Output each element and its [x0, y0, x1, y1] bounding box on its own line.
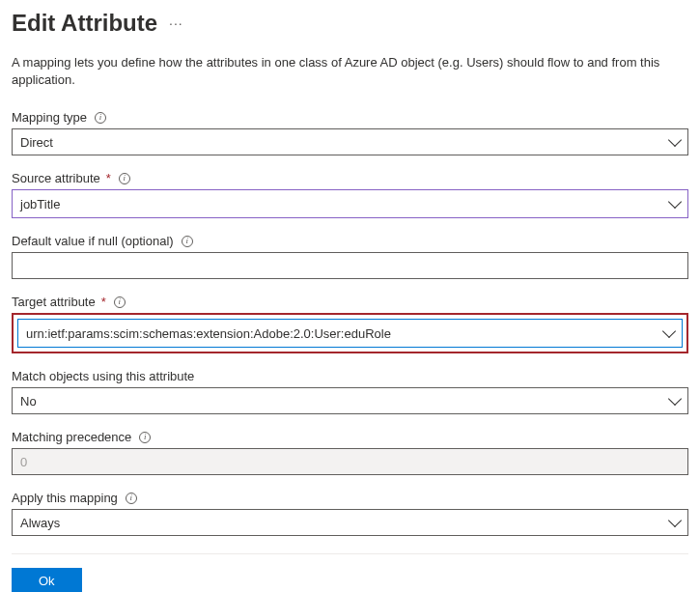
label-apply-mapping: Apply this mapping i [12, 491, 688, 505]
info-icon[interactable]: i [139, 432, 151, 443]
label-text: Mapping type [12, 110, 87, 125]
apply-mapping-select[interactable]: Always [12, 509, 688, 536]
divider [12, 553, 688, 554]
label-text: Default value if null (optional) [12, 234, 174, 248]
chevron-down-icon [668, 133, 682, 147]
match-objects-select[interactable]: No [12, 387, 688, 414]
label-target-attribute: Target attribute * i [12, 295, 688, 309]
field-match-objects: Match objects using this attribute No [12, 369, 688, 414]
chevron-down-icon [668, 392, 682, 406]
label-mapping-type: Mapping type i [12, 110, 688, 125]
required-asterisk: * [101, 295, 106, 309]
label-match-objects: Match objects using this attribute [12, 369, 688, 383]
select-value: No [20, 394, 37, 409]
select-value: urn:ietf:params:scim:schemas:extension:A… [26, 326, 391, 341]
chevron-down-icon [662, 324, 676, 338]
chevron-down-icon [668, 514, 682, 527]
info-icon[interactable]: i [119, 173, 130, 184]
input-value: 0 [20, 455, 27, 469]
field-default-value: Default value if null (optional) i [12, 234, 688, 279]
mapping-type-select[interactable]: Direct [12, 128, 688, 155]
target-attribute-select[interactable]: urn:ietf:params:scim:schemas:extension:A… [18, 320, 682, 347]
select-value: jobTitle [20, 197, 60, 211]
info-icon[interactable]: i [182, 236, 193, 247]
label-text: Apply this mapping [12, 491, 118, 505]
select-value: Direct [20, 135, 53, 150]
page-header: Edit Attribute ··· [12, 10, 688, 37]
page-description: A mapping lets you define how the attrib… [12, 54, 688, 89]
field-source-attribute: Source attribute * i jobTitle [12, 171, 688, 218]
field-mapping-type: Mapping type i Direct [12, 110, 688, 155]
label-default-value: Default value if null (optional) i [12, 234, 688, 248]
field-apply-mapping: Apply this mapping i Always [12, 491, 688, 536]
default-value-input[interactable] [12, 252, 688, 279]
info-icon[interactable]: i [95, 112, 106, 124]
source-attribute-select[interactable]: jobTitle [13, 190, 687, 217]
label-text: Matching precedence [12, 430, 131, 444]
field-matching-precedence: Matching precedence i 0 [12, 430, 688, 475]
page-title: Edit Attribute [12, 10, 157, 37]
target-attribute-highlight: urn:ietf:params:scim:schemas:extension:A… [12, 313, 688, 353]
required-asterisk: * [106, 171, 111, 185]
label-text: Source attribute [12, 171, 100, 185]
label-text: Target attribute [12, 295, 96, 309]
more-actions-button[interactable]: ··· [169, 15, 183, 31]
field-target-attribute: Target attribute * i urn:ietf:params:sci… [12, 295, 688, 353]
select-value: Always [20, 516, 60, 530]
matching-precedence-input: 0 [12, 448, 688, 475]
chevron-down-icon [668, 195, 682, 209]
info-icon[interactable]: i [114, 296, 126, 308]
info-icon[interactable]: i [126, 493, 137, 504]
label-matching-precedence: Matching precedence i [12, 430, 688, 444]
label-source-attribute: Source attribute * i [12, 171, 688, 185]
ok-button[interactable]: Ok [12, 568, 82, 592]
label-text: Match objects using this attribute [12, 369, 194, 383]
